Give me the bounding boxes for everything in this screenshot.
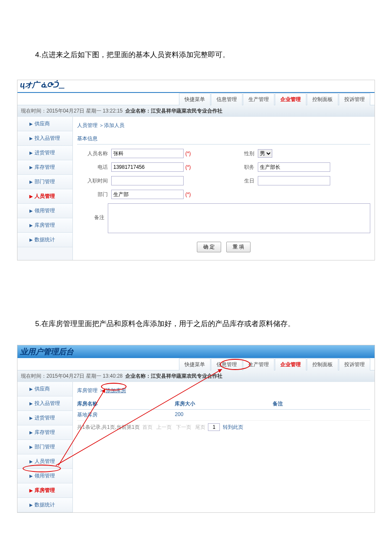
- sidebar-item-供应商[interactable]: ▶供应商: [17, 382, 72, 396]
- required-mark: (*): [185, 191, 191, 197]
- caret-icon: ▶: [29, 401, 33, 406]
- sidebar-item-label: 供应商: [35, 121, 50, 127]
- tab-信息管理[interactable]: 信息管理: [211, 93, 242, 105]
- sidebar-item-label: 库房管理: [35, 222, 55, 228]
- sidebar-item-label: 人员管理: [35, 193, 55, 199]
- sidebar-item-库存管理[interactable]: ▶库存管理: [17, 425, 72, 440]
- name-input[interactable]: [111, 149, 184, 158]
- tab-企业管理[interactable]: 企业管理: [275, 93, 306, 105]
- tab-生产管理[interactable]: 生产管理: [243, 358, 274, 370]
- sidebar-item-label: 领用管理: [35, 208, 55, 214]
- sidebar-item-数据统计[interactable]: ▶数据统计: [17, 498, 72, 512]
- tab-快捷菜单[interactable]: 快捷菜单: [179, 93, 210, 105]
- tab-企业管理[interactable]: 企业管理: [275, 358, 306, 370]
- caret-icon: ▶: [29, 179, 33, 184]
- pager-first[interactable]: 首页: [142, 424, 153, 430]
- sidebar-item-label: 投入品管理: [35, 400, 60, 406]
- section-basic-info: 基本信息: [77, 133, 370, 145]
- pager-summary: 共1条记录,共1页,当前第1页: [77, 424, 140, 430]
- app1-main: 人员管理 ＞添加人员 基本信息 人员名称 (*) 性别 男 电话 (*): [73, 117, 375, 260]
- sidebar-item-投入品管理[interactable]: ▶投入品管理: [17, 131, 72, 146]
- pager-prev[interactable]: 上一页: [156, 424, 172, 430]
- pager-last[interactable]: 尾页: [195, 424, 205, 430]
- sidebar-item-部门管理[interactable]: ▶部门管理: [17, 440, 72, 454]
- position-label: 职务: [224, 164, 258, 171]
- app2-window: 业用户管理后台 快捷菜单信息管理生产管理企业管理控制面板投诉管理 现在时间：20…: [17, 345, 375, 513]
- table-row[interactable]: 基地库房 200: [77, 410, 370, 421]
- company-prefix: 企业名称：: [125, 373, 151, 379]
- hiredate-label: 入职时间: [77, 177, 111, 185]
- sidebar-item-数据统计[interactable]: ▶数据统计: [17, 233, 72, 247]
- sidebar-item-库房管理[interactable]: ▶库房管理: [17, 218, 72, 233]
- sidebar-item-投入品管理[interactable]: ▶投入品管理: [17, 396, 72, 411]
- sidebar-item-label: 领用管理: [35, 473, 55, 479]
- caret-icon: ▶: [29, 430, 33, 435]
- ok-button[interactable]: 确 定: [197, 242, 221, 252]
- tab-投诉管理[interactable]: 投诉管理: [339, 93, 370, 105]
- doc-step4-text: 4.点进来之后如下图，把里面的基本人员资料添加完整即可。: [17, 47, 375, 63]
- sidebar-item-人员管理[interactable]: ▶人员管理: [17, 454, 72, 469]
- crumb-a: 库房管理: [77, 387, 98, 393]
- breadcrumb: 人员管理 ＞添加人员: [77, 120, 370, 133]
- col-size: 库房大小: [175, 400, 272, 408]
- phone-label: 电话: [77, 164, 111, 171]
- sidebar-item-label: 数据统计: [35, 237, 55, 243]
- pager-goto[interactable]: 转到此页: [223, 424, 243, 430]
- cell-size: 200: [175, 411, 272, 419]
- app2-logo: 业用户管理后台: [20, 347, 74, 356]
- hiredate-input[interactable]: [111, 176, 184, 185]
- remark-label: 备注: [77, 203, 108, 221]
- app1-logo: цオ广 ᓈ⟳ᑑ＿: [17, 81, 65, 89]
- col-remark: 备注: [273, 400, 370, 408]
- sidebar-item-人员管理[interactable]: ▶人员管理: [17, 189, 72, 204]
- pager: 共1条记录,共1页,当前第1页 首页 上一页 下一页 尾页 转到此页: [77, 421, 370, 434]
- sidebar-item-进货管理[interactable]: ▶进货管理: [17, 411, 72, 425]
- col-name: 库房名称: [77, 400, 175, 408]
- tab-投诉管理[interactable]: 投诉管理: [339, 358, 370, 370]
- sidebar-item-领用管理[interactable]: ▶领用管理: [17, 469, 72, 483]
- caret-icon: ▶: [29, 194, 33, 199]
- caret-icon: ▶: [29, 150, 33, 155]
- caret-icon: ▶: [29, 459, 33, 464]
- phone-input[interactable]: [111, 162, 184, 172]
- pager-next[interactable]: 下一页: [176, 424, 191, 430]
- app2-tabbar: 快捷菜单信息管理生产管理企业管理控制面板投诉管理: [17, 358, 375, 370]
- tab-控制面板[interactable]: 控制面板: [307, 93, 338, 105]
- caret-icon: ▶: [29, 223, 33, 228]
- birthday-input[interactable]: [258, 176, 330, 185]
- caret-icon: ▶: [29, 387, 33, 391]
- sidebar-item-库房管理[interactable]: ▶库房管理: [17, 483, 72, 498]
- gender-select[interactable]: 男: [258, 149, 272, 158]
- caret-icon: ▶: [29, 474, 33, 478]
- add-warehouse-link[interactable]: 添加库房: [106, 387, 126, 393]
- tab-控制面板[interactable]: 控制面板: [307, 358, 338, 370]
- required-mark: (*): [185, 150, 191, 156]
- caret-icon: ▶: [29, 445, 33, 449]
- table-header: 库房名称 库房大小 备注: [77, 399, 370, 410]
- sidebar-item-供应商[interactable]: ▶供应商: [17, 117, 72, 131]
- pager-page-input[interactable]: [208, 423, 220, 431]
- time-value: 2015年04月27日 星期一 13:40:28: [46, 373, 123, 379]
- caret-icon: ▶: [29, 121, 33, 126]
- dept-input[interactable]: [111, 190, 184, 199]
- caret-icon: ▶: [29, 165, 33, 170]
- crumb-sep: ＞: [99, 387, 104, 393]
- tab-快捷菜单[interactable]: 快捷菜单: [179, 358, 210, 370]
- app1-window: цオ广 ᓈ⟳ᑑ＿ 快捷菜单信息管理生产管理企业管理控制面板投诉管理 现在时间：2…: [17, 80, 375, 260]
- sidebar-item-label: 进货管理: [35, 150, 55, 156]
- sidebar-item-库存管理[interactable]: ▶库存管理: [17, 160, 72, 175]
- tab-信息管理[interactable]: 信息管理: [211, 358, 242, 370]
- app2-main: 库房管理 ＞ 添加库房 库房名称 库房大小 备注 基地库房 200 共1条记录,…: [73, 382, 375, 512]
- breadcrumb: 库房管理 ＞ 添加库房: [77, 385, 370, 399]
- sidebar-item-label: 库存管理: [35, 429, 55, 435]
- sidebar-item-部门管理[interactable]: ▶部门管理: [17, 175, 72, 189]
- sidebar-item-label: 部门管理: [35, 444, 55, 450]
- sidebar-item-进货管理[interactable]: ▶进货管理: [17, 146, 72, 160]
- position-input[interactable]: [258, 162, 330, 172]
- tab-生产管理[interactable]: 生产管理: [243, 93, 274, 105]
- reset-button[interactable]: 重 填: [226, 242, 251, 252]
- app2-sidebar: ▶供应商▶投入品管理▶进货管理▶库存管理▶部门管理▶人员管理▶领用管理▶库房管理…: [17, 382, 73, 512]
- remark-textarea[interactable]: [108, 203, 370, 233]
- sidebar-item-领用管理[interactable]: ▶领用管理: [17, 204, 72, 218]
- company-prefix: 企业名称：: [125, 108, 151, 114]
